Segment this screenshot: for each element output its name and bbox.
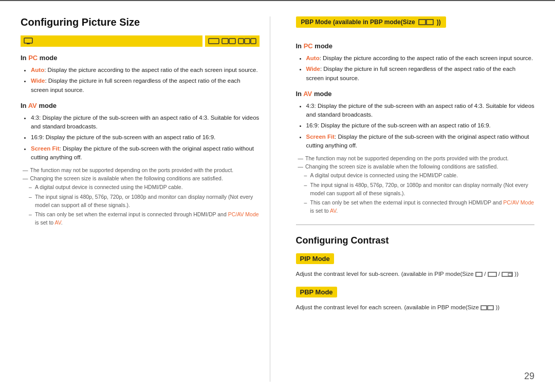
wide-label: Wide	[31, 78, 45, 84]
page: Configuring Picture Size	[0, 0, 555, 392]
svg-rect-14	[481, 306, 487, 310]
screenfit-label: Screen Fit	[31, 145, 60, 152]
pip-desc: Adjust the contrast level for sub-screen…	[296, 269, 535, 278]
page-number: 29	[524, 371, 534, 382]
svg-rect-10	[476, 272, 482, 276]
right-auto-label: Auto	[306, 55, 320, 61]
left-section-title: Configuring Picture Size	[21, 16, 260, 28]
left-pc-auto-item: Auto: Display the picture according to t…	[31, 66, 260, 74]
right-note2: Changing the screen size is available wh…	[296, 163, 535, 170]
right-screenfit-text: : Display the picture of the sub-screen …	[306, 134, 529, 148]
left-note2: Changing the screen size is available wh…	[21, 175, 260, 181]
pbp-size-icon	[418, 19, 434, 25]
layout-icon-2	[221, 38, 236, 45]
right-av-43-item: 4:3: Display the picture of the sub-scre…	[306, 102, 535, 120]
pbp-mode-label: PBP Mode	[296, 287, 337, 297]
svg-rect-8	[419, 20, 425, 25]
svg-rect-11	[488, 272, 496, 276]
left-pc-mode-heading: In PC mode	[21, 54, 260, 62]
right-auto-text: : Display the picture according to the a…	[320, 55, 533, 61]
pbp-desc: Adjust the contrast level for each scree…	[296, 303, 535, 312]
auto-label: Auto	[31, 67, 44, 73]
svg-rect-2	[209, 39, 219, 44]
right-pc-auto-item: Auto: Display the picture according to t…	[306, 54, 535, 63]
content-area: Configuring Picture Size	[0, 1, 555, 392]
svg-rect-9	[427, 20, 433, 25]
pbp-mode-header: PBP Mode (available in PBP mode(Size ))	[296, 16, 446, 28]
bar-right-section	[205, 35, 260, 47]
left-av-label: AV	[28, 102, 37, 109]
left-av-mode-heading: In AV mode	[21, 102, 260, 109]
left-column: Configuring Picture Size	[21, 16, 270, 382]
pip-icon-3-svg	[502, 272, 513, 277]
right-wide-label: Wide	[306, 66, 320, 72]
pbp-title-end: ))	[437, 18, 441, 26]
left-av-43-item: 4:3: Display the picture of the sub-scre…	[31, 114, 260, 132]
left-sub-note3: This can only be set when the external i…	[29, 211, 260, 227]
right-pc-label: PC	[304, 42, 313, 50]
left-note1: The function may not be supported depend…	[21, 167, 260, 173]
pip-icon-2	[488, 272, 497, 277]
right-av-label: AV	[303, 90, 312, 98]
svg-rect-0	[24, 38, 32, 43]
svg-rect-4	[229, 39, 235, 44]
left-pc-wide-item: Wide: Display the picture in full screen…	[31, 77, 260, 95]
pip-mode-label: PIP Mode	[296, 253, 334, 264]
svg-rect-7	[251, 39, 256, 44]
right-pc-list: Auto: Display the picture according to t…	[296, 54, 535, 83]
right-column: PBP Mode (available in PBP mode(Size )) …	[291, 16, 535, 382]
right-pc-mode-heading: In PC mode	[296, 42, 535, 50]
right-av-169-item: 16:9: Display the picture of the sub-scr…	[306, 121, 535, 130]
left-pc-list: Auto: Display the picture according to t…	[21, 66, 260, 95]
contrast-section-title: Configuring Contrast	[296, 235, 535, 246]
pbp-desc-icon	[480, 305, 494, 310]
left-pc-label: PC	[28, 54, 38, 62]
left-av-169-item: 16:9: Display the picture of the sub-scr…	[31, 133, 260, 142]
svg-rect-13	[508, 273, 512, 276]
svg-rect-5	[238, 39, 244, 44]
right-av-list: 4:3: Display the picture of the sub-scre…	[296, 102, 535, 150]
right-wide-text: : Display the picture in full screen reg…	[306, 66, 516, 81]
right-av-screenfit-item: Screen Fit: Display the picture of the s…	[306, 133, 535, 151]
left-sub-note1: A digital output device is connected usi…	[29, 183, 260, 192]
wide-text: : Display the picture in full screen reg…	[31, 78, 240, 92]
right-divider	[296, 225, 535, 225]
pip-icon-2-svg	[488, 272, 497, 277]
auto-text: : Display the picture according to the a…	[44, 67, 258, 73]
right-av-mode-heading: In AV mode	[296, 90, 535, 98]
pip-icon-1	[475, 272, 483, 277]
right-sub-note3: This can only be set when the external i…	[304, 199, 535, 215]
left-av-list: 4:3: Display the picture of the sub-scre…	[21, 114, 260, 162]
right-sub-notes: A digital output device is connected usi…	[296, 172, 535, 215]
pbp-title-text: PBP Mode (available in PBP mode(Size	[301, 18, 415, 26]
right-note1: The function may not be supported depend…	[296, 155, 535, 161]
right-sub-note2: The input signal is 480p, 576p, 720p, or…	[304, 181, 535, 198]
screenfit-text: : Display the picture of the sub-screen …	[31, 145, 254, 160]
bar-left-section	[21, 35, 202, 47]
pip-icon-3	[502, 272, 513, 277]
svg-rect-1	[27, 43, 30, 44]
layout-icon-3	[238, 38, 256, 45]
monitor-icon	[24, 38, 33, 45]
right-pc-wide-item: Wide: Display the picture in full screen…	[306, 65, 535, 83]
svg-rect-15	[488, 306, 493, 310]
right-sub-note1: A digital output device is connected usi…	[304, 172, 535, 180]
picture-size-icon-bar	[21, 35, 260, 47]
layout-icon-1	[208, 38, 219, 45]
svg-rect-6	[245, 39, 250, 44]
left-sub-note2: The input signal is 480p, 576p, 720p, or…	[29, 193, 260, 210]
right-screenfit-label: Screen Fit	[306, 134, 335, 140]
pbp-desc-icon-group	[480, 305, 494, 310]
svg-rect-3	[222, 39, 228, 44]
left-sub-notes: A digital output device is connected usi…	[21, 183, 260, 227]
left-av-screenfit-item: Screen Fit: Display the picture of the s…	[31, 144, 260, 162]
pip-icon-group	[475, 272, 483, 277]
